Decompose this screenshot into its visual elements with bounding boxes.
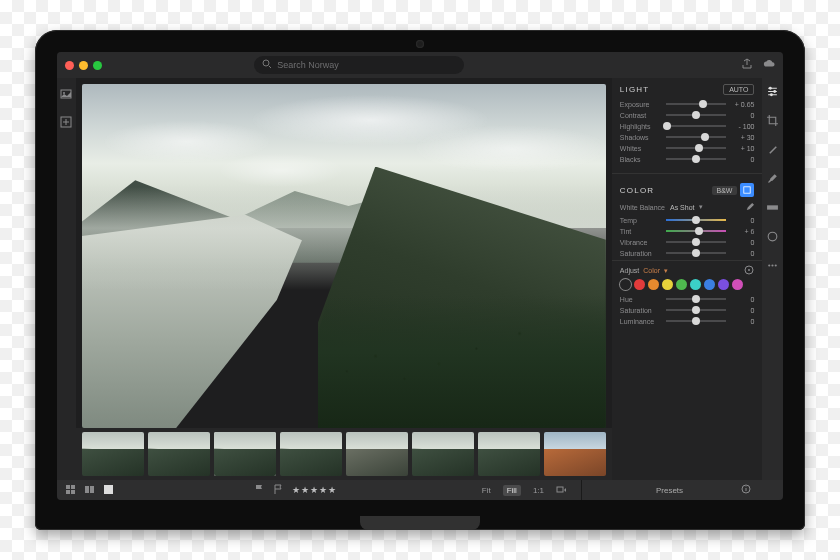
slider-label: Temp: [620, 217, 662, 224]
slider-saturation[interactable]: Saturation0: [620, 306, 755, 314]
slider-track[interactable]: [666, 306, 727, 314]
svg-rect-22: [557, 487, 563, 492]
slider-label: Luminance: [620, 318, 662, 325]
brush-icon[interactable]: [766, 171, 779, 189]
svg-rect-21: [104, 485, 113, 494]
slider-track[interactable]: [666, 249, 727, 257]
color-swatch[interactable]: [718, 279, 729, 290]
chevron-down-icon[interactable]: ▾: [664, 267, 668, 275]
grid-view-icon[interactable]: [65, 484, 76, 497]
svg-point-13: [772, 264, 774, 266]
thumbnail[interactable]: [280, 432, 342, 476]
color-swatch[interactable]: [732, 279, 743, 290]
more-icon[interactable]: [766, 258, 779, 276]
crop-icon[interactable]: [766, 113, 779, 131]
thumbnail[interactable]: [82, 432, 144, 476]
thumbnail[interactable]: [412, 432, 474, 476]
slider-track[interactable]: [666, 216, 727, 224]
slider-luminance[interactable]: Luminance0: [620, 317, 755, 325]
slider-track[interactable]: [666, 238, 727, 246]
slider-track[interactable]: [666, 133, 727, 141]
cloud-icon[interactable]: [763, 58, 775, 72]
wb-value[interactable]: As Shot: [670, 204, 695, 211]
laptop-frame: Search Norway: [35, 30, 805, 530]
color-profile-button[interactable]: [740, 183, 754, 197]
slider-track[interactable]: [666, 295, 727, 303]
slider-whites[interactable]: Whites+ 10: [620, 144, 755, 152]
slider-temp[interactable]: Temp0: [620, 216, 755, 224]
edit-sliders-icon[interactable]: [766, 84, 779, 102]
info-icon[interactable]: [741, 484, 751, 496]
swatch-all[interactable]: [620, 279, 631, 290]
thumbnail[interactable]: [478, 432, 540, 476]
rating-stars[interactable]: ★★★★★: [292, 485, 337, 495]
add-icon[interactable]: [60, 114, 72, 132]
slider-value: 0: [730, 250, 754, 257]
photo-canvas[interactable]: [76, 78, 612, 428]
search-input[interactable]: Search Norway: [254, 56, 464, 74]
slider-exposure[interactable]: Exposure+ 0.65: [620, 100, 755, 108]
thumbnail-selected[interactable]: [214, 432, 276, 476]
photo-preview: [82, 84, 606, 428]
svg-point-14: [775, 264, 777, 266]
target-adjust-icon[interactable]: [744, 265, 754, 276]
svg-rect-19: [85, 486, 89, 493]
heal-icon[interactable]: [766, 142, 779, 160]
minimize-window-button[interactable]: [79, 61, 88, 70]
svg-rect-18: [71, 490, 75, 494]
fullscreen-window-button[interactable]: [93, 61, 102, 70]
slider-vibrance[interactable]: Vibrance0: [620, 238, 755, 246]
slider-hue[interactable]: Hue0: [620, 295, 755, 303]
fit-button[interactable]: Fit: [478, 485, 495, 496]
slider-track[interactable]: [666, 100, 727, 108]
svg-rect-17: [66, 490, 70, 494]
color-swatch[interactable]: [634, 279, 645, 290]
slider-track[interactable]: [666, 155, 727, 163]
detail-view-icon[interactable]: [103, 484, 114, 497]
linear-gradient-icon[interactable]: [766, 200, 779, 218]
adjust-mode[interactable]: Color: [643, 267, 660, 274]
my-photos-icon[interactable]: [60, 86, 72, 104]
eyedropper-icon[interactable]: [745, 202, 754, 212]
svg-point-6: [748, 269, 750, 271]
laptop-camera: [416, 40, 424, 48]
slider-shadows[interactable]: Shadows+ 30: [620, 133, 755, 141]
slider-contrast[interactable]: Contrast0: [620, 111, 755, 119]
close-window-button[interactable]: [65, 61, 74, 70]
zoom-dropdown-icon[interactable]: [556, 484, 567, 497]
auto-button[interactable]: AUTO: [723, 84, 754, 95]
slider-highlights[interactable]: Highlights- 100: [620, 122, 755, 130]
slider-saturation[interactable]: Saturation0: [620, 249, 755, 257]
thumbnail[interactable]: [148, 432, 210, 476]
flag-icon[interactable]: [254, 484, 265, 497]
reject-flag-icon[interactable]: [273, 484, 284, 497]
one-to-one-button[interactable]: 1:1: [529, 485, 548, 496]
svg-rect-20: [90, 486, 94, 493]
color-swatches: [620, 279, 755, 290]
slider-track[interactable]: [666, 227, 727, 235]
color-swatch[interactable]: [704, 279, 715, 290]
color-swatch[interactable]: [662, 279, 673, 290]
presets-bar[interactable]: Presets: [581, 480, 757, 500]
thumbnail[interactable]: [544, 432, 606, 476]
svg-rect-10: [767, 205, 778, 209]
fill-button[interactable]: Fill: [503, 485, 521, 496]
thumbnail[interactable]: [346, 432, 408, 476]
slider-blacks[interactable]: Blacks0: [620, 155, 755, 163]
slider-track[interactable]: [666, 317, 727, 325]
bw-button[interactable]: B&W: [712, 186, 738, 195]
radial-gradient-icon[interactable]: [766, 229, 779, 247]
compare-view-icon[interactable]: [84, 484, 95, 497]
slider-track[interactable]: [666, 111, 727, 119]
color-swatch[interactable]: [690, 279, 701, 290]
search-icon: [262, 59, 272, 71]
slider-tint[interactable]: Tint+ 6: [620, 227, 755, 235]
color-swatch[interactable]: [648, 279, 659, 290]
slider-track[interactable]: [666, 144, 727, 152]
color-swatch[interactable]: [676, 279, 687, 290]
slider-track[interactable]: [666, 122, 727, 130]
chevron-down-icon[interactable]: ▾: [699, 203, 703, 211]
slider-value: + 6: [730, 228, 754, 235]
share-icon[interactable]: [741, 58, 753, 72]
right-tool-rail: [762, 78, 783, 480]
